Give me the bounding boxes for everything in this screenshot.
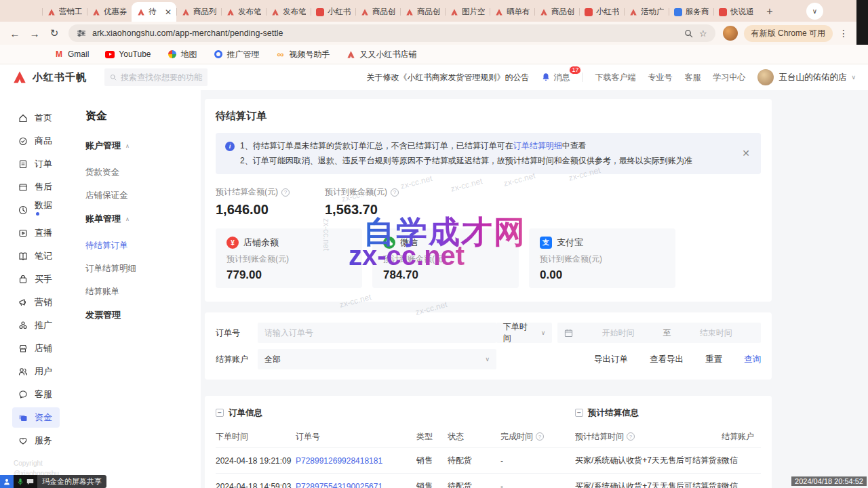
sidebar-item-customer-service[interactable]: 客服 [12, 384, 60, 405]
browser-profile-avatar[interactable] [723, 26, 738, 41]
sidebar-item-goods[interactable]: 商品 [12, 131, 60, 151]
bookmark-item[interactable]: 地图 [167, 49, 197, 60]
help-icon[interactable]: ? [281, 188, 290, 197]
table-cell: - [500, 456, 575, 466]
chrome-update-chip[interactable]: 有新版 Chrome 可用 [744, 25, 833, 42]
browser-menu-icon[interactable]: ⋮ [839, 28, 848, 39]
column-header: 预计结算时间? [575, 431, 722, 443]
tab-title: 优惠券 [104, 7, 127, 17]
collapse-icon[interactable]: − [575, 409, 583, 417]
submenu-item[interactable]: 结算账单 [85, 286, 201, 298]
help-icon[interactable]: ? [391, 188, 399, 197]
browser-tab[interactable]: 优惠券 [87, 2, 132, 22]
browser-tab[interactable]: 商品列 [176, 2, 221, 22]
account-name: 店铺余额 [243, 237, 279, 249]
sidebar-item-data[interactable]: 数据 [12, 200, 60, 220]
submenu-group-账户管理[interactable]: 账户管理∧ [85, 140, 201, 152]
sidebar-item-users[interactable]: 用户 [12, 361, 60, 382]
submenu-group-发票管理[interactable]: 发票管理 [85, 309, 201, 321]
sidebar-item-funds[interactable]: 资金 [12, 407, 60, 428]
action-button[interactable]: 导出订单 [594, 354, 628, 365]
browser-tab[interactable]: 发布笔 [221, 2, 266, 22]
address-bar[interactable]: ark.xiaohongshu.com/app-merchant/pending… [68, 24, 715, 42]
browser-tab[interactable]: 发布笔 [266, 2, 311, 22]
bookmark-item[interactable]: MGmail [54, 49, 89, 59]
screen-share-toolbar[interactable]: 玛金金的屏幕共享 [0, 475, 106, 488]
sidebar-item-services[interactable]: 服务 [12, 430, 60, 451]
back-button[interactable]: ← [8, 28, 22, 39]
order-no-input[interactable]: 请输入订单号 [258, 323, 496, 343]
sidebar-item-home[interactable]: 首页 [12, 108, 60, 128]
browser-tab[interactable]: 小红书 [579, 2, 624, 22]
help-icon[interactable]: ? [536, 432, 544, 441]
app-logo[interactable]: 小红书千帆 [12, 70, 87, 85]
site-info-icon[interactable] [77, 28, 86, 38]
browser-tab[interactable]: 晒单有 [490, 2, 534, 22]
chevron-up-icon: ∧ [125, 216, 130, 222]
search-icon[interactable] [684, 29, 693, 38]
browser-tab[interactable]: 快说通 [713, 2, 758, 22]
table-cell: 买家/系统确认收货+7天无售后可结算货款 [575, 455, 722, 466]
shop-switcher[interactable]: 五台山的佑佑的店 ∨ [757, 69, 856, 85]
browser-tab[interactable]: 图片空 [445, 2, 490, 22]
header-link[interactable]: 下载客户端 [595, 72, 635, 83]
start-date-placeholder: 开始时间 [580, 327, 656, 339]
table-cell: 销售 [416, 481, 448, 488]
account-select[interactable]: 全部 ∨ [258, 349, 496, 369]
browser-tab[interactable]: 活动广 [624, 2, 669, 22]
sidebar-item-live[interactable]: 直播 [12, 223, 60, 243]
header-link[interactable]: 客服 [684, 72, 701, 83]
close-icon[interactable]: ✕ [742, 145, 750, 162]
browser-tab[interactable]: 小红书 [311, 2, 355, 22]
settle-stat: 预计结算金额(元)?1,646.00 [216, 186, 290, 218]
table-cell: 待配货 [448, 481, 500, 488]
browser-tab[interactable]: 营销工 [42, 2, 87, 22]
settle-stats: 预计结算金额(元)?1,646.00预计到账金额(元)?1,563.70 [216, 186, 761, 218]
tab-search-chevron-icon[interactable]: ∨ [806, 3, 823, 20]
query-button[interactable]: 查询 [744, 354, 761, 365]
browser-tab[interactable]: 待✕ [132, 2, 176, 22]
action-button[interactable]: 重置 [705, 354, 722, 365]
messages-button[interactable]: 消息 17 [541, 72, 570, 83]
bookmark-item[interactable]: ∞视频号助手 [276, 49, 330, 60]
sidebar-item-marketing[interactable]: 营销 [12, 292, 60, 312]
browser-tab[interactable]: 商品创 [400, 2, 445, 22]
submenu-group-账单管理[interactable]: 账单管理∧ [85, 213, 201, 225]
bookmark-item[interactable]: YouTube [105, 49, 151, 59]
shop-name: 五台山的佑佑的店 [778, 72, 846, 83]
sidebar-item-aftersale[interactable]: 售后 [12, 177, 60, 197]
bookmark-star-icon[interactable]: ☆ [699, 28, 707, 39]
header-link[interactable]: 学习中心 [713, 72, 745, 83]
sidebar-item-shop[interactable]: 店铺 [12, 338, 60, 359]
sidebar-item-notes[interactable]: 笔记 [12, 246, 60, 266]
function-search-input[interactable]: 搜索查找你想要的功能 [104, 68, 208, 86]
header-link[interactable]: 专业号 [648, 72, 672, 83]
qianfan-favicon [494, 7, 503, 16]
time-type-select[interactable]: 下单时间 ∨ [496, 323, 553, 343]
sidebar-item-buyer[interactable]: 买手 [12, 269, 60, 289]
submenu-item[interactable]: 店铺保证金 [85, 190, 201, 201]
forward-button[interactable]: → [28, 28, 41, 39]
sidebar-item-orders[interactable]: 订单 [12, 154, 60, 174]
submenu-item[interactable]: 待结算订单 [85, 240, 201, 251]
announcement-link[interactable]: 关于修改《小红书商家发货管理规则》的公告 [366, 72, 529, 83]
browser-tab[interactable]: 商品创 [534, 2, 579, 22]
action-button[interactable]: 查看导出 [650, 354, 684, 365]
order-number-link[interactable]: P728975543190025671 [296, 482, 416, 488]
help-icon[interactable]: ? [627, 432, 635, 441]
bookmark-item[interactable]: 又又小红书店铺 [347, 49, 417, 60]
collapse-icon[interactable]: − [216, 409, 224, 417]
reload-button[interactable]: ↻ [47, 27, 61, 39]
submenu-group-label: 发票管理 [85, 309, 121, 321]
bookmark-item[interactable]: 推广管理 [214, 49, 260, 60]
browser-tab[interactable]: 商品创 [355, 2, 400, 22]
submenu-item[interactable]: 货款资金 [85, 167, 201, 178]
date-range-picker[interactable]: 开始时间 至 结束时间 [557, 323, 761, 343]
new-tab-button[interactable]: + [761, 3, 778, 20]
sidebar-item-promotion[interactable]: 推广 [12, 315, 60, 336]
tab-close-icon[interactable]: ✕ [165, 7, 172, 17]
submenu-item[interactable]: 订单结算明细 [85, 263, 201, 274]
order-number-link[interactable]: P728991269928418181 [296, 456, 416, 466]
browser-tab[interactable]: 服务商 [669, 2, 713, 22]
settle-detail-link[interactable]: 订单结算明细 [513, 141, 562, 150]
